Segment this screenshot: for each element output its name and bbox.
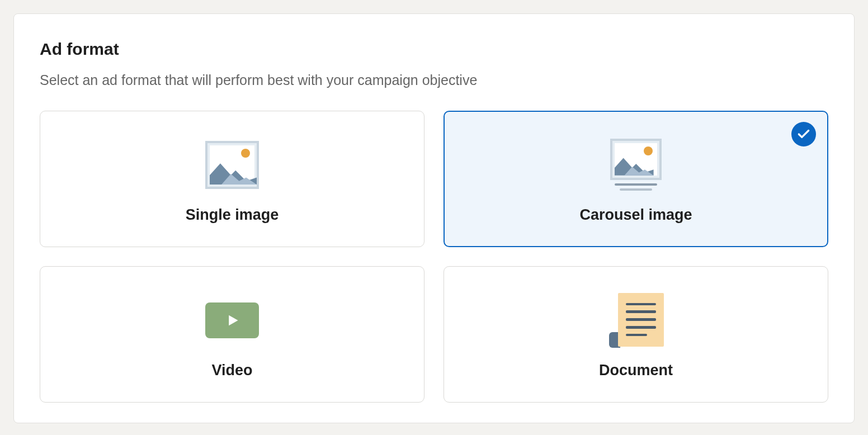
selected-check-icon [791, 122, 816, 146]
ad-format-panel: Ad format Select an ad format that will … [13, 13, 855, 423]
option-label: Document [599, 362, 673, 379]
option-carousel-image[interactable]: Carousel image [444, 111, 828, 247]
option-label: Single image [186, 206, 279, 224]
single-image-icon [205, 137, 259, 193]
option-label: Carousel image [579, 206, 692, 224]
format-options-grid: Single image [40, 111, 828, 403]
video-icon [205, 292, 259, 348]
section-subtitle: Select an ad format that will perform be… [40, 72, 828, 88]
carousel-image-icon [610, 137, 662, 193]
svg-marker-4 [229, 315, 238, 325]
option-single-image[interactable]: Single image [40, 111, 424, 247]
document-icon [608, 292, 664, 348]
option-video[interactable]: Video [40, 266, 424, 403]
option-label: Video [211, 362, 252, 379]
section-title: Ad format [40, 40, 828, 59]
option-document[interactable]: Document [444, 266, 828, 403]
